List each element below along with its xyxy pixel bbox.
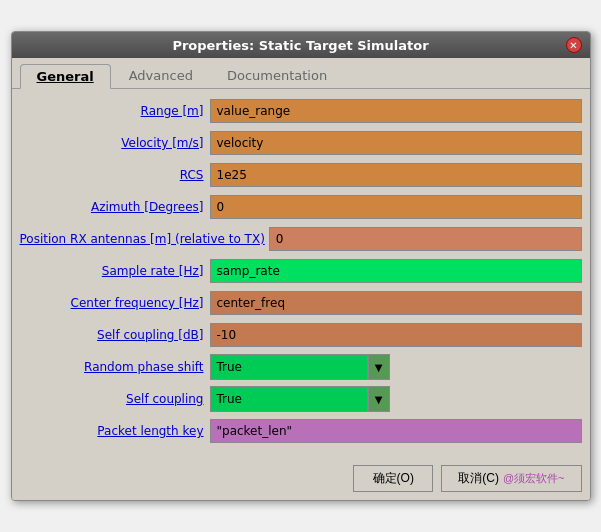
velocity-label: Velocity [m/s]: [20, 136, 210, 150]
title-bar: Properties: Static Target Simulator ✕: [12, 32, 590, 58]
center-freq-row: Center frequency [Hz] center_freq: [20, 289, 582, 317]
azimuth-value[interactable]: 0: [210, 195, 582, 219]
self-coupling-db-row: Self coupling [dB] -10: [20, 321, 582, 349]
center-freq-label: Center frequency [Hz]: [20, 296, 210, 310]
sample-rate-row: Sample rate [Hz] samp_rate: [20, 257, 582, 285]
self-coupling-dropdown-arrow[interactable]: ▼: [368, 386, 390, 412]
tab-advanced[interactable]: Advanced: [113, 64, 209, 88]
position-row: Position RX antennas [m] (relative to TX…: [20, 225, 582, 253]
self-coupling-dropdown-wrapper: True ▼: [210, 386, 390, 412]
cancel-button[interactable]: 取消(C)@须宏软件~: [441, 465, 581, 492]
position-value[interactable]: 0: [269, 227, 582, 251]
window-title: Properties: Static Target Simulator: [36, 38, 566, 53]
confirm-button[interactable]: 确定(O): [353, 465, 433, 492]
self-coupling-row: Self coupling True ▼: [20, 385, 582, 413]
range-row: Range [m] value_range: [20, 97, 582, 125]
azimuth-label: Azimuth [Degrees]: [20, 200, 210, 214]
range-label: Range [m]: [20, 104, 210, 118]
packet-length-label: Packet length key: [20, 424, 210, 438]
self-coupling-db-label: Self coupling [dB]: [20, 328, 210, 342]
position-label: Position RX antennas [m] (relative to TX…: [20, 232, 269, 246]
packet-length-row: Packet length key "packet_len": [20, 417, 582, 445]
velocity-value[interactable]: velocity: [210, 131, 582, 155]
tab-documentation[interactable]: Documentation: [211, 64, 343, 88]
azimuth-row: Azimuth [Degrees] 0: [20, 193, 582, 221]
rcs-label: RCS: [20, 168, 210, 182]
self-coupling-label: Self coupling: [20, 392, 210, 406]
rcs-row: RCS 1e25: [20, 161, 582, 189]
watermark: @须宏软件~: [503, 472, 565, 484]
footer: 确定(O) 取消(C)@须宏软件~: [12, 457, 590, 500]
random-phase-dropdown-wrapper: True ▼: [210, 354, 390, 380]
center-freq-value[interactable]: center_freq: [210, 291, 582, 315]
tab-general[interactable]: General: [20, 64, 111, 89]
velocity-row: Velocity [m/s] velocity: [20, 129, 582, 157]
cancel-label: 取消(C): [458, 471, 499, 485]
sample-rate-label: Sample rate [Hz]: [20, 264, 210, 278]
packet-length-value[interactable]: "packet_len": [210, 419, 582, 443]
rcs-value[interactable]: 1e25: [210, 163, 582, 187]
form-content: Range [m] value_range Velocity [m/s] vel…: [12, 89, 590, 457]
close-button[interactable]: ✕: [566, 37, 582, 53]
random-phase-dropdown-value[interactable]: True: [210, 354, 368, 380]
self-coupling-dropdown-value[interactable]: True: [210, 386, 368, 412]
random-phase-dropdown-arrow[interactable]: ▼: [368, 354, 390, 380]
self-coupling-db-value[interactable]: -10: [210, 323, 582, 347]
tab-bar: General Advanced Documentation: [12, 58, 590, 89]
random-phase-label: Random phase shift: [20, 360, 210, 374]
random-phase-row: Random phase shift True ▼: [20, 353, 582, 381]
sample-rate-value[interactable]: samp_rate: [210, 259, 582, 283]
main-window: Properties: Static Target Simulator ✕ Ge…: [11, 31, 591, 501]
range-value[interactable]: value_range: [210, 99, 582, 123]
